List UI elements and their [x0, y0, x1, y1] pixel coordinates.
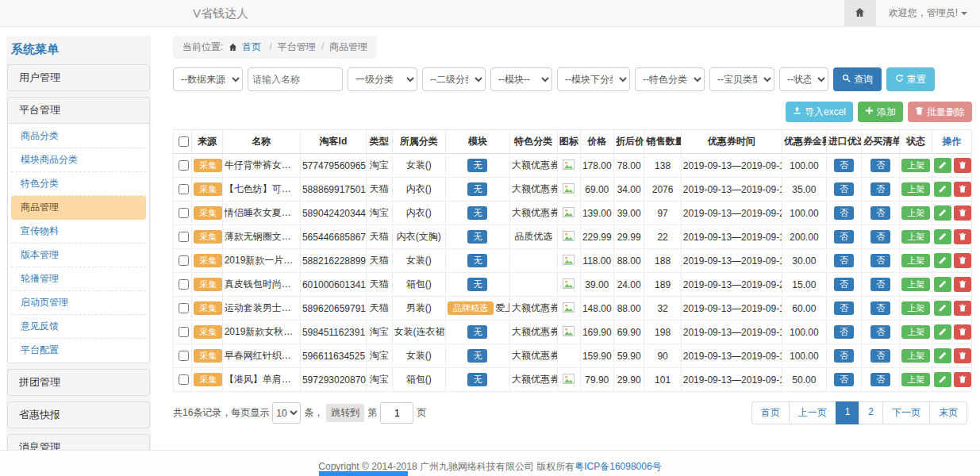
must-buy-toggle[interactable]: 否 [870, 182, 890, 197]
edit-button[interactable] [934, 348, 951, 363]
row-checkbox[interactable] [179, 279, 189, 290]
status-toggle[interactable]: 上架 [901, 254, 930, 268]
edit-button[interactable] [934, 158, 951, 173]
sidebar-item[interactable]: 平台配置 [11, 339, 146, 362]
status-toggle[interactable]: 上架 [901, 325, 930, 340]
pager-button[interactable]: 2 [859, 401, 883, 424]
page-jump-input[interactable] [380, 402, 413, 424]
status-toggle[interactable]: 上架 [901, 182, 930, 197]
edit-button[interactable] [934, 277, 951, 292]
pager-button[interactable]: 上一页 [789, 401, 836, 424]
sidebar-item[interactable]: 启动页管理 [11, 291, 146, 315]
reset-button[interactable]: 重置 [886, 67, 935, 91]
breadcrumb-home-link[interactable]: 首页 [242, 41, 261, 52]
row-checkbox[interactable] [179, 327, 189, 337]
row-checkbox[interactable] [179, 374, 189, 385]
edit-button[interactable] [934, 372, 951, 387]
sidebar-group-header[interactable]: 省惠快报 [8, 402, 149, 428]
sidebar-item[interactable]: 版本管理 [11, 244, 146, 267]
status-toggle[interactable]: 上架 [901, 206, 930, 221]
must-buy-toggle[interactable]: 否 [870, 301, 890, 316]
import-select-toggle[interactable]: 否 [834, 278, 854, 292]
pager-button[interactable]: 下一页 [882, 401, 930, 424]
module-sub-select[interactable]: --模块下分类-- [557, 67, 630, 91]
name-input[interactable] [248, 67, 343, 91]
import-select-toggle[interactable]: 否 [834, 254, 854, 268]
delete-button[interactable] [954, 348, 971, 363]
item-type-select[interactable]: --宝贝类型-- [709, 67, 774, 91]
sidebar-group-header[interactable]: 平台管理 [8, 98, 149, 123]
delete-button[interactable] [954, 301, 971, 316]
import-select-toggle[interactable]: 否 [834, 230, 854, 244]
pager-button[interactable]: 首页 [751, 401, 790, 424]
import-excel-button[interactable]: 导入excel [786, 102, 853, 122]
status-toggle[interactable]: 上架 [901, 301, 930, 316]
row-checkbox[interactable] [179, 303, 189, 313]
import-select-toggle[interactable]: 否 [834, 349, 854, 363]
row-checkbox[interactable] [179, 208, 189, 218]
status-toggle[interactable]: 上架 [901, 349, 930, 363]
must-buy-toggle[interactable]: 否 [870, 254, 890, 268]
sidebar-group-header[interactable]: 拼团管理 [8, 370, 149, 395]
status-toggle[interactable]: 上架 [901, 230, 930, 244]
import-select-toggle[interactable]: 否 [834, 159, 854, 173]
feature-category-select[interactable]: --特色分类-- [635, 67, 705, 91]
breadcrumb-item[interactable]: 商品管理 [329, 41, 367, 52]
delete-button[interactable] [954, 229, 971, 244]
sidebar-item[interactable]: 商品分类 [11, 125, 146, 148]
status-toggle[interactable]: 上架 [901, 278, 930, 292]
breadcrumb-item[interactable]: 平台管理 [278, 41, 316, 52]
must-buy-toggle[interactable]: 否 [870, 159, 890, 173]
must-buy-toggle[interactable]: 否 [870, 325, 890, 340]
import-select-toggle[interactable]: 否 [834, 206, 854, 221]
sidebar-item[interactable]: 宣传物料 [11, 220, 146, 244]
delete-button[interactable] [954, 182, 971, 197]
edit-button[interactable] [934, 253, 951, 268]
row-checkbox[interactable] [179, 184, 189, 194]
delete-button[interactable] [954, 324, 971, 340]
edit-button[interactable] [934, 182, 951, 197]
edit-button[interactable] [934, 324, 951, 340]
delete-button[interactable] [954, 372, 971, 387]
status-toggle[interactable]: 上架 [901, 373, 930, 387]
edit-button[interactable] [934, 301, 951, 316]
level2-category-select[interactable]: --二级分类-- [422, 67, 486, 91]
row-checkbox[interactable] [179, 232, 189, 242]
import-select-toggle[interactable]: 否 [834, 325, 854, 340]
icp-link[interactable]: 粤ICP备16098006号 [575, 461, 661, 472]
import-select-toggle[interactable]: 否 [834, 182, 854, 197]
add-button[interactable]: 添加 [858, 102, 903, 122]
sidebar-item[interactable]: 商品管理 [11, 196, 146, 220]
per-page-select[interactable]: 10 [272, 402, 301, 424]
sidebar-group-header[interactable]: 消息管理 [8, 435, 149, 451]
batch-delete-button[interactable]: 批量删除 [908, 102, 972, 122]
delete-button[interactable] [954, 158, 971, 173]
module-select[interactable]: --模块-- [490, 67, 552, 91]
must-buy-toggle[interactable]: 否 [870, 373, 890, 387]
sidebar-item[interactable]: 意见反馈 [11, 315, 146, 339]
home-button[interactable] [844, 0, 876, 26]
status-toggle[interactable]: 上架 [901, 159, 930, 173]
import-select-toggle[interactable]: 否 [834, 301, 854, 316]
row-checkbox[interactable] [179, 351, 189, 361]
data-source-select[interactable]: --数据来源-- [173, 67, 243, 91]
select-all-checkbox[interactable] [179, 136, 189, 147]
delete-button[interactable] [954, 253, 971, 268]
edit-button[interactable] [934, 229, 951, 244]
sidebar-item[interactable]: 轮播管理 [11, 267, 146, 291]
row-checkbox[interactable] [179, 160, 189, 171]
delete-button[interactable] [954, 205, 971, 221]
sidebar-item[interactable]: 模块商品分类 [11, 148, 146, 172]
edit-button[interactable] [934, 205, 951, 221]
pager-button[interactable]: 末页 [929, 401, 967, 424]
pager-button[interactable]: 1 [836, 401, 860, 424]
delete-button[interactable] [954, 277, 971, 292]
must-buy-toggle[interactable]: 否 [870, 206, 890, 221]
must-buy-toggle[interactable]: 否 [870, 230, 890, 244]
import-select-toggle[interactable]: 否 [834, 373, 854, 387]
must-buy-toggle[interactable]: 否 [870, 349, 890, 363]
jump-button[interactable]: 跳转到 [326, 404, 364, 422]
row-checkbox[interactable] [179, 255, 189, 266]
sidebar-group-header[interactable]: 用户管理 [8, 65, 149, 90]
level1-category-select[interactable]: 一级分类 [348, 67, 417, 91]
